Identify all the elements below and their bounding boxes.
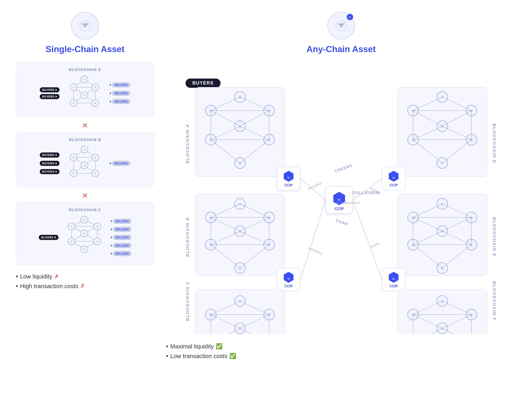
cross-icon-1: ✗ (54, 273, 59, 280)
svg-text:CCIP: CCIP (285, 183, 293, 187)
right-bottom-notes: • Maximal liquidity ✅ • Low transaction … (166, 343, 516, 362)
buyer-tag-b1: BUYERS (40, 152, 59, 157)
svg-text:≡: ≡ (441, 326, 443, 331)
single-chain-icon (71, 12, 99, 39)
svg-text:≡: ≡ (71, 240, 72, 243)
seller-row-c3: SELLERS (110, 235, 131, 240)
svg-text:tc: tc (287, 176, 290, 179)
svg-text:1001010010: 1001010010 (308, 246, 323, 255)
svg-text:≡: ≡ (96, 240, 98, 243)
svg-text:tc: tc (338, 198, 341, 201)
note-low-cost: • Low transaction costs ✅ (166, 352, 516, 360)
seller-row-a1: SELLERS (109, 82, 130, 88)
network-svg-a: ≡ ≡ ≡ ≡ ≡ ≡ (63, 75, 106, 111)
blockchain-b-label: BLOCKCHAIN B (22, 138, 148, 142)
svg-text:≡: ≡ (84, 164, 85, 167)
left-side: Single-Chain Asset BLOCKCHAIN A BUYERS B… (16, 12, 154, 292)
blockchain-c-box: BLOCKCHAIN C BUYERS (16, 202, 154, 265)
seller-row-c4: SELLERS (110, 243, 131, 248)
svg-text:BUYERS: BUYERS (192, 80, 214, 85)
seller-tag-c5: SELLERS (113, 251, 131, 256)
svg-text:BLOCKCHAIN D: BLOCKCHAIN D (492, 124, 497, 163)
arrow-right-b2 (55, 162, 57, 164)
seller-tag-c4: SELLERS (113, 243, 131, 248)
seller-row-a2: SELLERS (109, 91, 130, 96)
buyer-tag-a2: BUYERS (40, 94, 59, 99)
seller-tag-a3: SELLERS (112, 99, 130, 104)
svg-text:0101001: 0101001 (369, 242, 380, 249)
note-low-liquidity: • Low liquidity ✗ (16, 273, 154, 280)
blockchain-b-diagram: BUYERS BUYERS BUYERS (22, 146, 148, 181)
svg-line-13 (84, 79, 95, 103)
svg-line-268 (353, 178, 382, 200)
buyers-col-a: BUYERS BUYERS (40, 87, 59, 99)
note-high-cost: • High transaction costs ✗ (16, 282, 154, 290)
svg-text:11010100101: 11010100101 (345, 201, 360, 204)
svg-text:≡: ≡ (239, 299, 241, 303)
svg-text:≡: ≡ (73, 156, 74, 159)
svg-text:tc: tc (287, 277, 290, 280)
svg-line-264 (300, 178, 326, 200)
right-title: Any-Chain Asset (306, 44, 376, 54)
arrow-right-b3 (55, 171, 57, 173)
check-icon-1: ✅ (216, 343, 223, 349)
sellers-col-c: SELLERS SELLERS SELLERS SELLERS (110, 219, 131, 256)
seller-row-a3: SELLERS (109, 99, 130, 104)
svg-line-12 (74, 79, 84, 103)
buyers-col-b: BUYERS BUYERS BUYERS (40, 152, 59, 174)
svg-text:≡: ≡ (441, 95, 443, 99)
svg-text:≡: ≡ (73, 86, 74, 89)
svg-text:≡: ≡ (84, 78, 85, 81)
svg-text:BLOCKCHAIN E: BLOCKCHAIN E (492, 217, 497, 257)
svg-text:≡: ≡ (73, 172, 74, 175)
arrow-left-c2 (110, 228, 112, 230)
blockchain-a-diagram: BUYERS BUYERS (22, 75, 148, 111)
seller-tag-a2: SELLERS (112, 91, 130, 96)
network-svg-c: ≡ ≡ ≡ ≡ ≡ ≡ ≡ (62, 216, 107, 259)
buyers-col-c: BUYERS (39, 235, 58, 240)
svg-text:CCIP: CCIP (285, 284, 293, 288)
svg-marker-0 (81, 23, 89, 28)
svg-text:≡: ≡ (441, 299, 443, 303)
svg-text:≡: ≡ (441, 266, 443, 270)
buyer-tag-b2: BUYERS (40, 161, 59, 166)
main-container: Single-Chain Asset BLOCKCHAIN A BUYERS B… (16, 12, 516, 362)
blockchain-c-diagram: BUYERS (22, 216, 148, 259)
svg-text:≡: ≡ (84, 232, 85, 235)
arrow-left-a2 (109, 92, 111, 94)
cross-icon-2: ✗ (80, 283, 85, 289)
right-side: tc Any-Chain Asset BLOCKCHAIN A BLOCKCHA… (166, 12, 516, 362)
svg-text:BLOCKCHAIN C: BLOCKCHAIN C (185, 281, 190, 321)
arrow-left-b1 (109, 162, 111, 164)
blockchain-a-label: BLOCKCHAIN A (22, 68, 148, 72)
arrow-right-c1 (55, 236, 56, 238)
left-title: Single-Chain Asset (45, 44, 124, 54)
arrow-left-c3 (110, 236, 112, 238)
svg-text:≡: ≡ (239, 161, 241, 165)
blockchain-boxes-left: BLOCKCHAIN A BUYERS BUYERS (16, 62, 154, 265)
svg-text:CASH: CASH (335, 218, 348, 226)
svg-text:≡: ≡ (441, 161, 443, 165)
seller-tag-c3: SELLERS (113, 235, 131, 240)
x-mark-1: ✕ (16, 122, 154, 130)
seller-tag-c2: SELLERS (113, 227, 131, 232)
svg-text:≡: ≡ (84, 93, 85, 97)
buyer-tag-a1: BUYERS (40, 87, 59, 93)
svg-line-265 (300, 200, 326, 280)
buyer-tag-c1: BUYERS (39, 235, 58, 240)
arrow-left-c4 (110, 245, 112, 246)
svg-text:≡: ≡ (84, 148, 85, 151)
svg-text:≡: ≡ (73, 102, 74, 105)
seller-row-c1: SELLERS (110, 219, 131, 224)
blockchain-b-box: BLOCKCHAIN B BUYERS BUYERS BUYERS (16, 132, 154, 187)
x-mark-2: ✕ (16, 192, 154, 200)
svg-text:≡: ≡ (95, 156, 96, 159)
svg-text:≡: ≡ (84, 248, 85, 251)
svg-text:BLOCKCHAIN B: BLOCKCHAIN B (185, 217, 190, 257)
svg-text:≡: ≡ (239, 229, 241, 233)
svg-text:≡: ≡ (96, 225, 98, 228)
check-icon-2: ✅ (229, 353, 236, 359)
svg-text:BLOCKCHAIN F: BLOCKCHAIN F (492, 281, 497, 321)
network-svg-b: ≡ ≡ ≡ ≡ ≡ ≡ (63, 146, 106, 181)
buyer-tag-b3: BUYERS (40, 169, 59, 174)
